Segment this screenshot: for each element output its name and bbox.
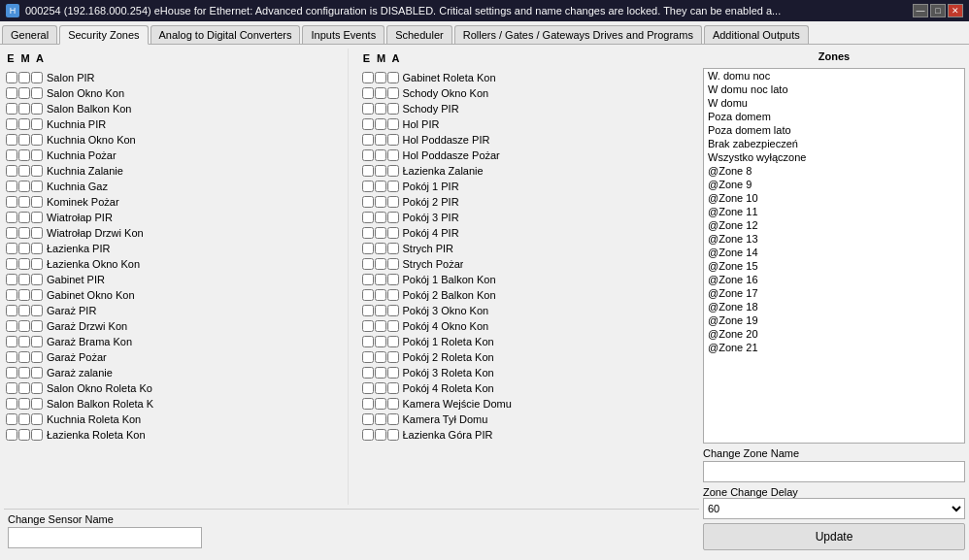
sensor-e-checkbox[interactable]	[6, 196, 17, 208]
sensor-a-checkbox[interactable]	[31, 382, 43, 394]
sensor-a-checkbox[interactable]	[387, 336, 399, 347]
sensor-e-checkbox[interactable]	[362, 165, 374, 177]
sensor-m-checkbox[interactable]	[18, 227, 30, 239]
sensor-a-checkbox[interactable]	[387, 103, 399, 115]
sensor-e-checkbox[interactable]	[6, 413, 17, 425]
sensor-m-checkbox[interactable]	[18, 289, 30, 301]
sensor-m-checkbox[interactable]	[375, 243, 386, 254]
sensor-m-checkbox[interactable]	[375, 165, 386, 177]
sensor-m-checkbox[interactable]	[18, 181, 30, 192]
zone-item[interactable]: @Zone 17	[704, 286, 964, 300]
tab-rollers[interactable]: Rollers / Gates / Gateways Drives and Pr…	[454, 25, 702, 44]
sensor-m-checkbox[interactable]	[18, 87, 30, 99]
sensor-a-checkbox[interactable]	[31, 72, 43, 83]
sensor-e-checkbox[interactable]	[6, 367, 17, 379]
sensor-m-checkbox[interactable]	[375, 429, 386, 441]
sensor-e-checkbox[interactable]	[6, 305, 17, 316]
sensor-m-checkbox[interactable]	[375, 258, 386, 270]
tab-security-zones[interactable]: Security Zones	[59, 25, 148, 45]
sensor-m-checkbox[interactable]	[375, 367, 386, 379]
sensor-m-checkbox[interactable]	[375, 212, 386, 223]
sensor-m-checkbox[interactable]	[375, 72, 386, 83]
sensor-e-checkbox[interactable]	[362, 134, 374, 146]
zone-item[interactable]: Poza domem	[704, 110, 964, 123]
sensor-e-checkbox[interactable]	[362, 398, 374, 410]
sensor-a-checkbox[interactable]	[31, 243, 43, 254]
sensor-a-checkbox[interactable]	[387, 351, 399, 363]
sensor-a-checkbox[interactable]	[31, 274, 43, 285]
sensor-e-checkbox[interactable]	[6, 336, 17, 347]
tab-general[interactable]: General	[2, 25, 57, 44]
sensor-m-checkbox[interactable]	[18, 134, 30, 146]
zone-item[interactable]: Poza domem lato	[704, 123, 964, 137]
sensor-e-checkbox[interactable]	[362, 212, 374, 223]
sensor-e-checkbox[interactable]	[362, 413, 374, 425]
sensor-a-checkbox[interactable]	[31, 134, 43, 146]
sensor-e-checkbox[interactable]	[6, 274, 17, 285]
sensor-a-checkbox[interactable]	[31, 258, 43, 270]
sensor-m-checkbox[interactable]	[18, 305, 30, 316]
sensor-a-checkbox[interactable]	[31, 196, 43, 208]
sensor-e-checkbox[interactable]	[362, 289, 374, 301]
sensor-e-checkbox[interactable]	[362, 351, 374, 363]
sensor-e-checkbox[interactable]	[362, 320, 374, 332]
sensor-a-checkbox[interactable]	[31, 351, 43, 363]
sensor-e-checkbox[interactable]	[362, 227, 374, 239]
sensor-m-checkbox[interactable]	[375, 118, 386, 130]
sensor-m-checkbox[interactable]	[375, 382, 386, 394]
minimize-button[interactable]: —	[913, 4, 928, 17]
sensor-m-checkbox[interactable]	[18, 258, 30, 270]
sensor-a-checkbox[interactable]	[387, 289, 399, 301]
sensor-m-checkbox[interactable]	[18, 382, 30, 394]
sensor-a-checkbox[interactable]	[387, 243, 399, 254]
sensor-e-checkbox[interactable]	[6, 212, 17, 223]
sensor-e-checkbox[interactable]	[362, 243, 374, 254]
sensor-a-checkbox[interactable]	[387, 72, 399, 83]
sensor-m-checkbox[interactable]	[18, 398, 30, 410]
zone-item[interactable]: @Zone 8	[704, 164, 964, 178]
sensor-a-checkbox[interactable]	[387, 134, 399, 146]
sensor-a-checkbox[interactable]	[387, 87, 399, 99]
sensor-a-checkbox[interactable]	[31, 429, 43, 441]
sensor-a-checkbox[interactable]	[387, 196, 399, 208]
sensor-a-checkbox[interactable]	[31, 149, 43, 161]
tab-scheduler[interactable]: Scheduler	[386, 25, 452, 44]
sensor-e-checkbox[interactable]	[6, 227, 17, 239]
sensor-a-checkbox[interactable]	[31, 181, 43, 192]
sensor-a-checkbox[interactable]	[31, 165, 43, 177]
zone-item[interactable]: Brak zabezpieczeń	[704, 137, 964, 150]
zone-item[interactable]: @Zone 13	[704, 232, 964, 246]
sensor-m-checkbox[interactable]	[375, 274, 386, 285]
sensor-e-checkbox[interactable]	[6, 429, 17, 441]
sensor-a-checkbox[interactable]	[387, 398, 399, 410]
sensor-m-checkbox[interactable]	[375, 320, 386, 332]
sensor-e-checkbox[interactable]	[6, 181, 17, 192]
sensor-a-checkbox[interactable]	[31, 336, 43, 347]
sensor-a-checkbox[interactable]	[387, 212, 399, 223]
sensor-a-checkbox[interactable]	[387, 165, 399, 177]
zone-item[interactable]: @Zone 15	[704, 259, 964, 273]
sensor-m-checkbox[interactable]	[18, 149, 30, 161]
update-button[interactable]: Update	[703, 523, 965, 550]
sensor-m-checkbox[interactable]	[18, 196, 30, 208]
sensor-a-checkbox[interactable]	[387, 413, 399, 425]
sensor-m-checkbox[interactable]	[375, 181, 386, 192]
change-sensor-input[interactable]	[8, 527, 202, 548]
zone-item[interactable]: @Zone 20	[704, 327, 964, 341]
sensor-a-checkbox[interactable]	[387, 382, 399, 394]
sensor-m-checkbox[interactable]	[18, 165, 30, 177]
sensor-m-checkbox[interactable]	[18, 118, 30, 130]
sensor-m-checkbox[interactable]	[375, 336, 386, 347]
sensor-e-checkbox[interactable]	[362, 87, 374, 99]
sensor-a-checkbox[interactable]	[387, 149, 399, 161]
sensor-m-checkbox[interactable]	[18, 243, 30, 254]
sensor-e-checkbox[interactable]	[6, 103, 17, 115]
sensor-m-checkbox[interactable]	[375, 134, 386, 146]
sensor-m-checkbox[interactable]	[375, 305, 386, 316]
sensor-a-checkbox[interactable]	[387, 429, 399, 441]
sensor-e-checkbox[interactable]	[6, 87, 17, 99]
sensor-a-checkbox[interactable]	[31, 367, 43, 379]
sensor-a-checkbox[interactable]	[387, 320, 399, 332]
zone-item[interactable]: @Zone 14	[704, 246, 964, 259]
sensor-e-checkbox[interactable]	[362, 258, 374, 270]
